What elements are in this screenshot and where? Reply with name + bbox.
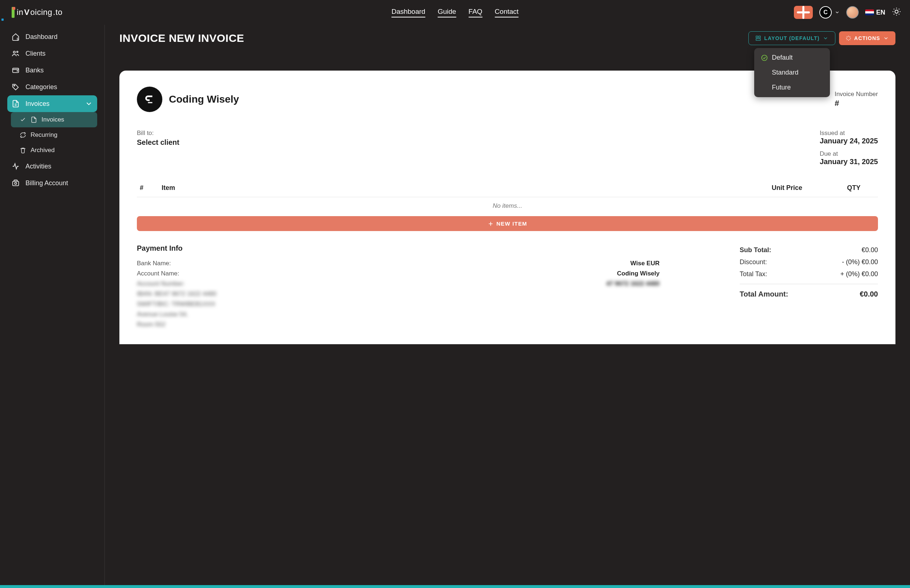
logo-text-pre: in bbox=[17, 8, 23, 17]
invoice-card: Coding Wisely Invoice Number # Bill to: … bbox=[120, 71, 895, 344]
bill-to-label: Bill to: bbox=[137, 129, 179, 137]
theme-toggle[interactable] bbox=[892, 7, 901, 18]
tax-value: + (0%) €0.00 bbox=[840, 270, 878, 278]
dropdown-item-label: Default bbox=[772, 54, 792, 61]
sidebar-item-label: Activities bbox=[26, 163, 51, 170]
nav-dashboard[interactable]: Dashboard bbox=[391, 8, 425, 18]
sidebar-item-activities[interactable]: Activities bbox=[7, 158, 97, 174]
sidebar-item-label: Banks bbox=[26, 66, 44, 74]
tax-label: Total Tax: bbox=[740, 270, 767, 278]
items-table-header: # Item Unit Price QTY bbox=[137, 179, 878, 197]
nav-faq[interactable]: FAQ bbox=[469, 8, 482, 18]
bottom-flash-bar bbox=[0, 585, 910, 588]
due-at-value[interactable]: January 31, 2025 bbox=[820, 158, 878, 166]
bank-name-value: Wise EUR bbox=[630, 260, 718, 267]
sidebar-item-clients[interactable]: Clients bbox=[7, 45, 97, 62]
sidebar-sub-archived[interactable]: Archived bbox=[11, 143, 97, 158]
svg-rect-10 bbox=[759, 36, 761, 38]
language-code: EN bbox=[876, 9, 885, 16]
page-title: INVOICE NEW INVOICE bbox=[120, 32, 244, 44]
svg-point-3 bbox=[17, 51, 18, 53]
new-button[interactable] bbox=[794, 6, 813, 19]
col-item: Item bbox=[162, 184, 744, 192]
actions-button-label: ACTIONS bbox=[854, 35, 880, 41]
sidebar-item-categories[interactable]: Categories bbox=[7, 79, 97, 95]
account-name-label: Account Name: bbox=[137, 270, 191, 277]
sidebar-item-label: Dashboard bbox=[26, 33, 58, 41]
check-circle-icon bbox=[761, 54, 768, 61]
sidebar-sub-invoices[interactable]: Invoices bbox=[11, 112, 97, 128]
new-item-button[interactable]: NEW ITEM bbox=[137, 216, 878, 231]
payment-info-heading: Payment Info bbox=[137, 244, 718, 252]
bill-to-select[interactable]: Select client bbox=[137, 138, 179, 147]
top-nav: Dashboard Guide FAQ Contact bbox=[391, 8, 518, 18]
sparkle-icon bbox=[845, 35, 852, 41]
issued-at-value[interactable]: January 24, 2025 bbox=[820, 137, 878, 145]
svg-point-5 bbox=[17, 71, 18, 71]
wallet-icon bbox=[12, 66, 19, 74]
svg-rect-7 bbox=[13, 181, 19, 186]
trash-icon bbox=[19, 147, 26, 153]
sidebar-item-dashboard[interactable]: $ Dashboard bbox=[7, 28, 97, 45]
sun-icon bbox=[892, 7, 901, 16]
layout-option-standard[interactable]: Standard bbox=[754, 65, 830, 80]
team-switcher[interactable]: C bbox=[819, 6, 840, 19]
col-qty: QTY bbox=[817, 184, 875, 192]
actions-dropdown-button[interactable]: ACTIONS bbox=[839, 31, 895, 45]
invoice-number-value[interactable]: # bbox=[835, 99, 878, 108]
sidebar-item-label: Categories bbox=[26, 83, 57, 91]
col-hash: # bbox=[140, 184, 162, 192]
team-initial: C bbox=[823, 9, 828, 16]
sidebar-sub-label: Archived bbox=[31, 147, 55, 154]
account-number-label: Account Number: bbox=[137, 280, 191, 288]
no-items-placeholder: No items... bbox=[137, 197, 878, 215]
account-number-value: 47 9672 1622 4480 bbox=[606, 280, 718, 288]
recurring-icon bbox=[19, 132, 26, 138]
svg-point-6 bbox=[14, 85, 15, 86]
totals-section: Sub Total:€0.00 Discount:- (0%) €0.00 To… bbox=[740, 244, 878, 330]
issued-at-label: Issued at bbox=[820, 129, 878, 137]
chevron-down-icon bbox=[835, 10, 840, 15]
svg-point-0 bbox=[895, 10, 898, 13]
sidebar-item-invoices[interactable]: Invoices bbox=[7, 95, 97, 112]
sidebar-item-billing[interactable]: Billing Account bbox=[7, 174, 97, 191]
activity-icon bbox=[12, 162, 19, 170]
sidebar-sub-label: Invoices bbox=[42, 116, 64, 123]
logo-text-v: V bbox=[24, 8, 29, 17]
sidebar: $ Dashboard Clients Banks Categories Inv… bbox=[0, 25, 105, 588]
sidebar-item-label: Clients bbox=[26, 50, 45, 58]
iban-line: IBAN: BE47 9672 1622 4480 bbox=[137, 290, 216, 298]
plus-icon bbox=[488, 221, 494, 227]
svg-point-2 bbox=[13, 51, 16, 53]
svg-text:$: $ bbox=[17, 37, 19, 41]
check-icon bbox=[19, 116, 26, 123]
sidebar-item-label: Invoices bbox=[26, 100, 50, 108]
sidebar-sub-recurring[interactable]: Recurring bbox=[11, 128, 97, 143]
account-name-value: Coding Wisely bbox=[617, 270, 718, 277]
nav-contact[interactable]: Contact bbox=[495, 8, 518, 18]
layout-option-future[interactable]: Future bbox=[754, 80, 830, 95]
sidebar-item-banks[interactable]: Banks bbox=[7, 62, 97, 79]
billing-icon bbox=[12, 179, 19, 187]
language-switcher[interactable]: EN bbox=[865, 9, 885, 16]
chevron-down-icon bbox=[85, 100, 93, 108]
nav-guide[interactable]: Guide bbox=[438, 8, 456, 18]
app-logo[interactable]: inVoicing.to bbox=[9, 7, 63, 18]
user-avatar[interactable] bbox=[846, 6, 859, 19]
team-avatar: C bbox=[819, 6, 832, 19]
home-icon: $ bbox=[12, 33, 19, 41]
layout-option-default[interactable]: Default bbox=[754, 50, 830, 65]
layout-dropdown-button[interactable]: LAYOUT (DEFAULT) bbox=[748, 31, 835, 45]
invoice-number-label: Invoice Number bbox=[835, 90, 878, 98]
col-price: Unit Price bbox=[744, 184, 817, 192]
discount-label: Discount: bbox=[740, 258, 767, 266]
logo-text-post: oicing bbox=[30, 8, 52, 17]
svg-point-8 bbox=[15, 182, 17, 184]
discount-value: - (0%) €0.00 bbox=[842, 258, 878, 266]
svg-rect-9 bbox=[756, 36, 758, 38]
address-line-1: Avenue Louise 54, bbox=[137, 311, 188, 318]
layout-icon bbox=[755, 35, 761, 41]
subtotal-label: Sub Total: bbox=[740, 246, 771, 254]
svg-point-12 bbox=[762, 55, 767, 60]
swift-line: SWIFT/BIC: TRWIBEB1XXX bbox=[137, 300, 215, 308]
